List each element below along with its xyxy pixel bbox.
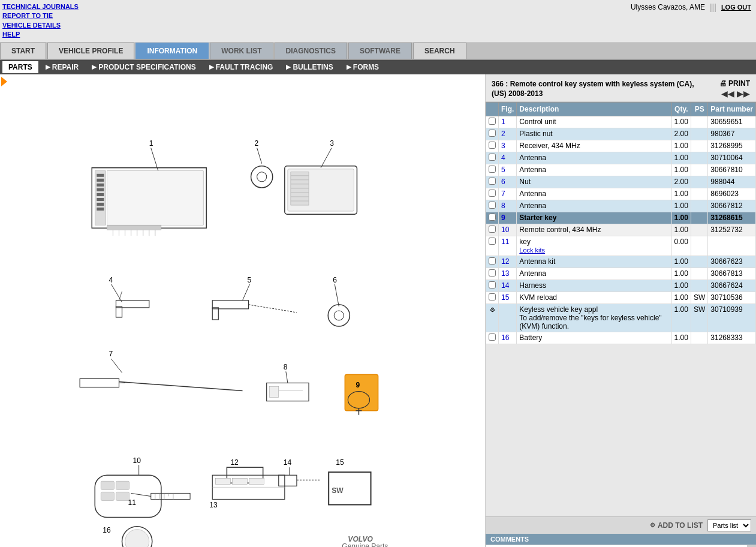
fig-link[interactable]: 12 <box>501 257 509 266</box>
vehicle-details-link[interactable]: VEHICLE DETAILS <box>2 21 79 30</box>
tab-diagnostics[interactable]: DIAGNOSTICS <box>275 43 347 59</box>
fig-link[interactable]: 10 <box>501 226 509 234</box>
tab-information[interactable]: INFORMATION <box>135 43 209 59</box>
row-part-number: 30667812 <box>708 200 756 212</box>
row-fig[interactable]: 8 <box>499 200 517 212</box>
row-checkbox[interactable] <box>489 333 496 341</box>
fig-link[interactable]: 16 <box>501 333 509 342</box>
fig-link[interactable]: 8 <box>501 202 505 210</box>
logout-button[interactable]: LOG OUT <box>721 4 751 11</box>
row-ps <box>691 188 707 200</box>
svg-text:14: 14 <box>284 458 292 467</box>
row-checkbox[interactable] <box>489 293 496 300</box>
svg-rect-14 <box>107 225 161 230</box>
fig-link[interactable]: 14 <box>501 281 509 290</box>
tab-start[interactable]: START <box>0 43 46 59</box>
row-checkbox[interactable] <box>489 269 496 276</box>
fig-link[interactable]: 1 <box>501 118 505 126</box>
row-checkbox-cell <box>486 128 499 140</box>
subnav-parts[interactable]: PARTS <box>2 61 38 73</box>
row-checkbox[interactable] <box>489 238 496 245</box>
row-checkbox[interactable] <box>489 281 496 288</box>
parts-table-container[interactable]: Fig. Description Qty. PS Part number 1Co… <box>486 102 756 516</box>
parts-list-select[interactable]: Parts list Option 2 <box>707 519 751 531</box>
comments-area[interactable]: ▲ <box>486 545 756 547</box>
subnav-product-specs[interactable]: ▶ PRODUCT SPECIFICATIONS <box>86 61 201 73</box>
row-checkbox[interactable] <box>489 118 496 125</box>
tab-vehicle-profile[interactable]: VEHICLE PROFILE <box>47 43 134 59</box>
row-fig[interactable]: 9 <box>499 212 517 224</box>
subnav-forms[interactable]: ▶ FORMS <box>341 61 385 73</box>
row-fig[interactable]: 10 <box>499 224 517 236</box>
fig-link[interactable]: 4 <box>501 154 505 162</box>
row-checkbox[interactable] <box>489 142 496 149</box>
subnav-repair[interactable]: ▶ REPAIR <box>40 61 85 73</box>
subnav-bulletins[interactable]: ▶ BULLETINS <box>280 61 339 73</box>
tab-search[interactable]: SEARCH <box>413 43 466 59</box>
row-fig[interactable]: 4 <box>499 152 517 164</box>
row-checkbox[interactable] <box>489 257 496 265</box>
fig-link[interactable]: 5 <box>501 166 505 174</box>
row-fig[interactable]: 1 <box>499 116 517 128</box>
tab-work-list[interactable]: WORK LIST <box>210 43 273 59</box>
subnav-fault-tracing[interactable]: ▶ FAULT TRACING <box>203 61 279 73</box>
tech-journals-link[interactable]: TECHNICAL JOURNALS <box>2 2 79 11</box>
row-checkbox-cell <box>486 140 499 152</box>
row-checkbox[interactable] <box>489 226 496 233</box>
row-fig[interactable]: 15 <box>499 292 517 304</box>
row-checkbox[interactable] <box>489 166 496 173</box>
row-qty: 1.00 <box>671 140 691 152</box>
row-fig[interactable]: 5 <box>499 164 517 176</box>
next-next-button[interactable]: ▶▶ <box>737 89 750 98</box>
row-checkbox[interactable] <box>489 130 496 137</box>
fig-link[interactable]: 2 <box>501 130 505 138</box>
fig-link[interactable]: 13 <box>501 269 509 278</box>
row-fig[interactable]: 14 <box>499 280 517 292</box>
row-ps <box>691 268 707 280</box>
fig-link[interactable]: 15 <box>501 293 509 302</box>
svg-rect-0 <box>2 74 484 547</box>
report-link[interactable]: REPORT TO TIE <box>2 11 79 20</box>
row-ps <box>691 200 707 212</box>
row-checkbox[interactable] <box>489 154 496 161</box>
row-fig[interactable]: 16 <box>499 332 517 344</box>
add-to-list-button[interactable]: ⚙ ADD TO LIST <box>650 521 703 530</box>
fig-link[interactable]: 6 <box>501 178 505 186</box>
table-row: 4Antenna1.0030710064 <box>486 152 756 164</box>
row-checkbox[interactable] <box>489 178 496 185</box>
row-fig[interactable]: 3 <box>499 140 517 152</box>
row-fig[interactable]: 6 <box>499 176 517 188</box>
row-checkbox[interactable] <box>489 190 496 197</box>
row-checkbox-cell <box>486 212 499 224</box>
row-part-number: 30667624 <box>708 280 756 292</box>
svg-rect-12 <box>97 208 104 211</box>
comments-scrollbar[interactable]: ▲ <box>747 545 755 547</box>
svg-text:3: 3 <box>330 139 334 147</box>
help-link[interactable]: HELP <box>2 30 79 39</box>
svg-rect-73 <box>101 492 114 500</box>
fig-link[interactable]: 9 <box>501 214 505 222</box>
fig-link[interactable]: 7 <box>501 190 505 198</box>
row-checkbox[interactable] <box>489 202 496 209</box>
printer-icon: 🖨 <box>719 79 727 88</box>
row-fig[interactable]: 12 <box>499 256 517 268</box>
comments-section: COMMENTS <box>486 534 756 545</box>
tab-software[interactable]: SOFTWARE <box>348 43 412 59</box>
svg-rect-72 <box>116 481 129 489</box>
row-checkbox[interactable] <box>489 214 496 221</box>
row-part-number: 31252732 <box>708 224 756 236</box>
prev-prev-button[interactable]: ◀◀ <box>721 89 734 98</box>
scroll-up-arrow[interactable]: ▲ <box>748 545 754 547</box>
row-fig[interactable]: 2 <box>499 128 517 140</box>
svg-text:6: 6 <box>333 275 337 284</box>
lock-kits-link[interactable]: Lock kits <box>519 247 545 254</box>
row-fig[interactable]: 11 <box>499 236 517 256</box>
row-fig[interactable]: 13 <box>499 268 517 280</box>
row-part-number: 31268333 <box>708 332 756 344</box>
row-fig[interactable]: 7 <box>499 188 517 200</box>
fig-link[interactable]: 3 <box>501 142 505 150</box>
fig-link[interactable]: 11 <box>501 238 509 246</box>
row-qty: 1.00 <box>671 164 691 176</box>
table-row: 3Receiver, 434 MHz1.0031268995 <box>486 140 756 152</box>
print-button[interactable]: 🖨 PRINT <box>719 79 750 88</box>
